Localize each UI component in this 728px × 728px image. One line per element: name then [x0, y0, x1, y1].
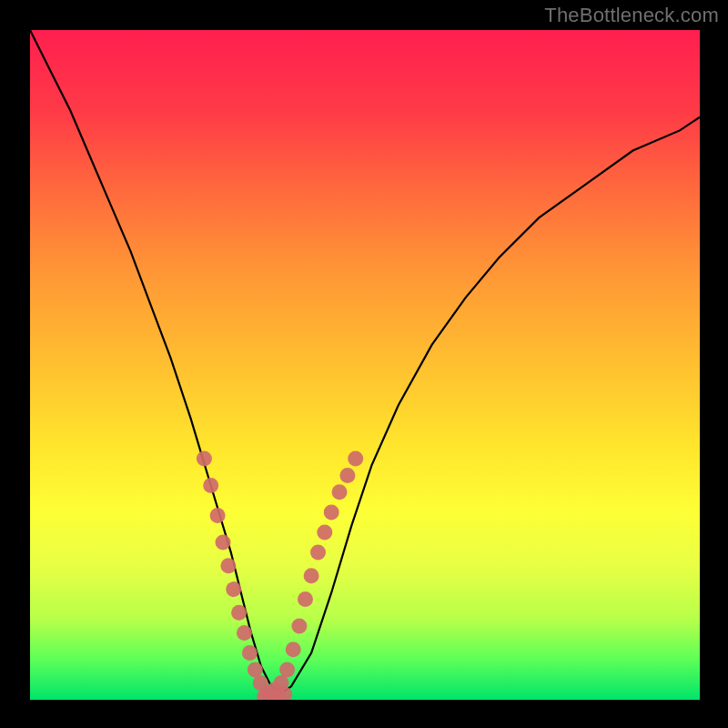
- data-marker: [264, 689, 279, 700]
- plot-area: [30, 30, 700, 700]
- marker-group: [197, 451, 363, 701]
- data-marker: [203, 478, 218, 493]
- data-marker: [274, 675, 289, 691]
- chart-svg: [30, 30, 700, 700]
- data-marker: [260, 685, 276, 700]
- data-marker: [197, 451, 212, 467]
- data-marker: [317, 525, 332, 541]
- chart-frame: TheBottleneck.com: [0, 0, 728, 728]
- data-marker: [270, 688, 286, 700]
- watermark-text: TheBottleneck.com: [544, 4, 719, 27]
- data-marker: [332, 484, 348, 500]
- data-marker: [220, 558, 236, 573]
- data-marker: [257, 689, 272, 700]
- data-marker: [324, 504, 339, 520]
- data-marker: [267, 682, 282, 698]
- data-marker: [242, 645, 258, 661]
- data-marker: [253, 675, 268, 691]
- data-marker: [210, 508, 226, 523]
- data-marker: [339, 468, 355, 483]
- data-marker: [277, 687, 292, 700]
- data-marker: [248, 662, 263, 677]
- data-marker: [231, 605, 247, 621]
- data-marker: [237, 625, 252, 641]
- data-marker: [226, 581, 241, 597]
- data-marker: [216, 535, 231, 551]
- data-marker: [298, 592, 313, 607]
- bottleneck-curve: [30, 30, 700, 693]
- data-marker: [310, 545, 326, 561]
- data-marker: [291, 619, 307, 634]
- data-marker: [279, 662, 295, 677]
- data-marker: [304, 568, 319, 583]
- data-marker: [286, 642, 301, 657]
- data-marker: [348, 451, 363, 467]
